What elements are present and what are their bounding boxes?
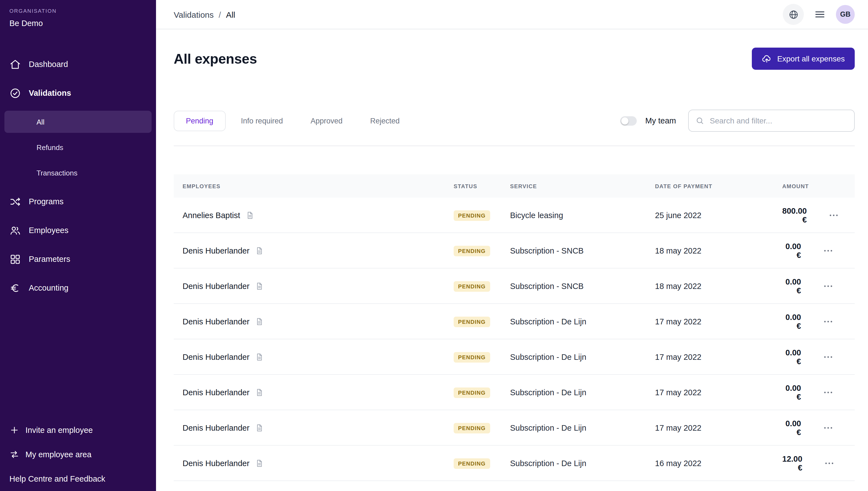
row-actions-button[interactable] (819, 419, 837, 436)
search-input[interactable] (709, 116, 849, 126)
my-employee-area-button[interactable]: My employee area (0, 442, 156, 467)
service-cell: Bicycle leasing (510, 211, 655, 220)
my-team-toggle[interactable] (620, 116, 637, 125)
sidebar-item-programs[interactable]: Programs (0, 187, 156, 216)
status-cell: PENDING (454, 422, 510, 433)
sidebar-item-label: Accounting (29, 283, 69, 292)
table-row[interactable]: Denis Huberlander PENDING Subscription -… (174, 375, 855, 410)
column-header-date: DATE OF PAYMENT (655, 183, 782, 189)
tab-info-required[interactable]: Info required (229, 110, 295, 131)
row-actions-button[interactable] (819, 277, 837, 295)
receipt-icon[interactable] (255, 317, 264, 326)
export-button-label: Export all expenses (777, 54, 845, 63)
breadcrumb-section[interactable]: Validations (174, 10, 214, 19)
sidebar-item-parameters[interactable]: Parameters (0, 245, 156, 273)
date-cell: 18 may 2022 (655, 282, 782, 290)
check-circle-icon (9, 87, 21, 99)
date-cell: 25 june 2022 (655, 211, 782, 220)
tab-pending[interactable]: Pending (174, 110, 225, 131)
euro-icon (9, 282, 21, 294)
employee-cell: Denis Huberlander (183, 317, 454, 326)
amount-cell: 0.00 € (782, 242, 801, 259)
employee-name: Annelies Baptist (183, 211, 240, 220)
organisation-name: Be Demo (9, 19, 147, 28)
invite-employee-label: Invite an employee (26, 426, 93, 435)
breadcrumb: Validations / All (174, 10, 235, 19)
sidebar-item-label: Programs (29, 197, 64, 206)
receipt-icon[interactable] (255, 388, 264, 397)
status-cell: PENDING (454, 316, 510, 327)
grid-icon (9, 253, 21, 265)
status-badge: PENDING (454, 387, 490, 398)
employee-name: Denis Huberlander (183, 282, 249, 290)
sidebar-item-accounting[interactable]: Accounting (0, 273, 156, 302)
amount-cell: 0.00 € (782, 348, 801, 366)
tab-rejected[interactable]: Rejected (358, 110, 412, 131)
date-cell: 16 may 2022 (655, 459, 782, 467)
sidebar-footer: Invite an employee My employee area Help… (0, 418, 156, 491)
invite-employee-button[interactable]: Invite an employee (0, 418, 156, 442)
sidebar-subitem-refunds[interactable]: Refunds (4, 136, 152, 158)
tab-approved[interactable]: Approved (299, 110, 355, 131)
receipt-icon[interactable] (255, 459, 264, 467)
my-employee-area-label: My employee area (26, 450, 92, 459)
receipt-icon[interactable] (255, 352, 264, 361)
menu-button[interactable] (812, 6, 828, 23)
ellipsis-icon (824, 458, 835, 469)
sidebar-subitem-transactions[interactable]: Transactions (4, 162, 152, 184)
amount-cell: 800.00 € (782, 206, 807, 224)
help-centre-button[interactable]: Help Centre and Feedback (0, 467, 156, 491)
language-button[interactable] (783, 4, 804, 25)
column-header-amount: AMOUNT (782, 183, 809, 189)
row-actions-button[interactable] (820, 454, 838, 472)
employee-cell: Denis Huberlander (183, 246, 454, 255)
sidebar-nav: Dashboard Validations All Refunds Transa… (0, 50, 156, 302)
table-row[interactable]: Denis Huberlander PENDING Subscription -… (174, 410, 855, 445)
table-row[interactable]: Denis Huberlander PENDING Subscription -… (174, 233, 855, 268)
sidebar-item-employees[interactable]: Employees (0, 216, 156, 245)
date-cell: 17 may 2022 (655, 388, 782, 397)
receipt-icon[interactable] (246, 211, 254, 220)
row-actions-button[interactable] (819, 242, 837, 259)
ellipsis-icon (823, 316, 833, 327)
organisation-label: ORGANISATION (9, 8, 147, 14)
table-row[interactable]: Denis Huberlander PENDING Subscription -… (174, 268, 855, 304)
controls-row: Pending Info required Approved Rejected … (174, 110, 855, 132)
receipt-icon[interactable] (255, 282, 264, 290)
avatar[interactable]: GB (836, 5, 855, 24)
row-actions-button[interactable] (819, 383, 837, 401)
table-row[interactable]: Denis Huberlander PENDING Subscription -… (174, 339, 855, 375)
column-header-employees: EMPLOYEES (183, 183, 454, 189)
service-cell: Subscription - De Lijn (510, 388, 655, 397)
receipt-icon[interactable] (255, 246, 264, 255)
table-row[interactable]: Denis Huberlander PENDING Subscription -… (174, 445, 855, 481)
sidebar-item-validations[interactable]: Validations (0, 79, 156, 107)
cloud-upload-icon (762, 54, 772, 64)
sidebar-item-label: Parameters (29, 255, 70, 263)
service-cell: Subscription - De Lijn (510, 352, 655, 361)
row-actions-button[interactable] (819, 313, 837, 330)
status-cell: PENDING (454, 351, 510, 362)
table-row[interactable]: Annelies Baptist PENDING Bicycle leasing… (174, 198, 855, 233)
home-icon (9, 58, 21, 70)
sidebar-item-label: Employees (29, 226, 68, 235)
status-cell: PENDING (454, 280, 510, 291)
search-box (688, 110, 855, 132)
amount-cell: 0.00 € (782, 277, 801, 295)
status-cell: PENDING (454, 209, 510, 221)
receipt-icon[interactable] (255, 423, 264, 432)
search-icon (695, 116, 704, 125)
table-row[interactable]: Denis Huberlander PENDING Subscription -… (174, 304, 855, 339)
sidebar: ORGANISATION Be Demo Dashboard Validatio… (0, 0, 156, 491)
employee-cell: Denis Huberlander (183, 282, 454, 290)
users-icon (9, 225, 21, 236)
sidebar-subitem-all[interactable]: All (4, 111, 152, 133)
topbar: Validations / All GB (156, 0, 868, 29)
sidebar-item-dashboard[interactable]: Dashboard (0, 50, 156, 79)
main-area: Validations / All GB A (156, 0, 868, 491)
row-actions-button[interactable] (825, 206, 842, 224)
filter-controls: My team (620, 110, 855, 132)
export-all-expenses-button[interactable]: Export all expenses (752, 48, 855, 70)
shuffle-icon (9, 196, 21, 207)
row-actions-button[interactable] (819, 348, 837, 366)
